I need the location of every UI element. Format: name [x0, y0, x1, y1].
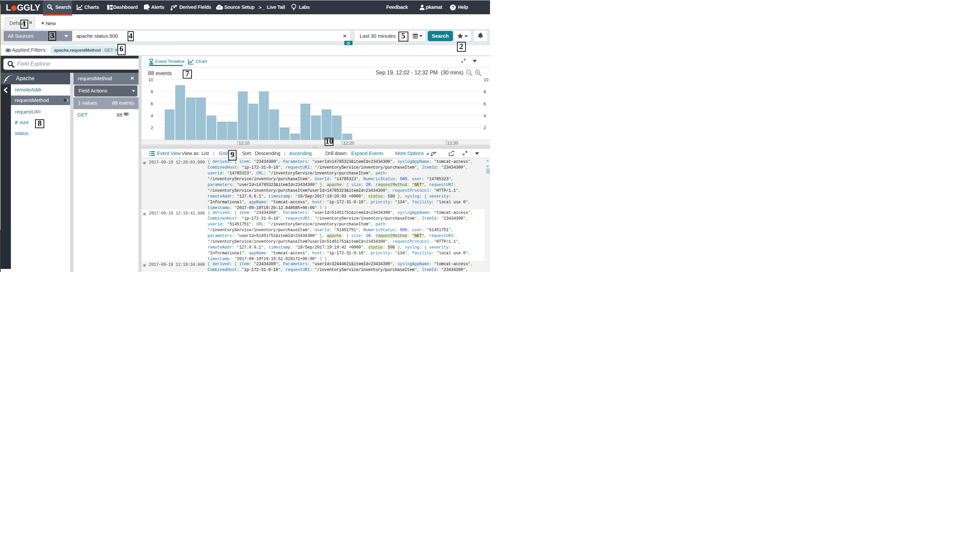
svg-text:?: ?: [452, 5, 454, 10]
